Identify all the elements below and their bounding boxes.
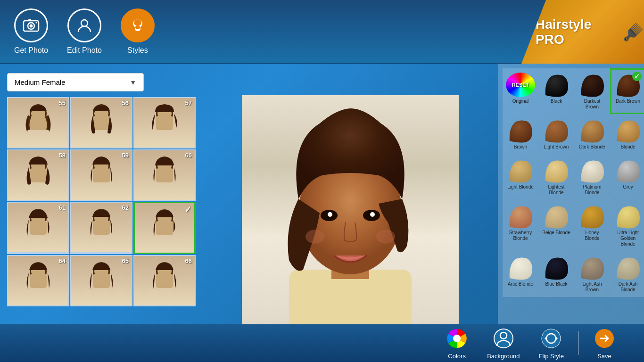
color-beige-blonde[interactable]: Beige Blonde [538,200,574,251]
color-grey[interactable]: Grey [610,154,644,200]
color-label-black: Black [551,99,562,104]
style-item-55[interactable]: 55 [7,97,69,148]
style-item-64[interactable]: 64 [7,255,69,306]
color-swatch-dark-brown [613,73,643,97]
bottom-toolbar: Colors Background Flip Style [0,324,644,362]
style-num-61: 61 [59,204,66,211]
color-label-dark-brown: Dark Brown [616,99,640,104]
toolbar-flip-style-button[interactable]: Flip Style [529,323,573,362]
style-item-59[interactable]: 59 [70,149,132,201]
color-swatch-dark-ash-blonde [613,255,643,280]
color-dark-blonde[interactable]: Dark Blonde [574,114,610,154]
style-num-59: 59 [122,152,129,159]
edit-photo-icon [67,8,101,42]
color-label-dark-blonde: Dark Blonde [579,144,605,150]
color-swatch-light-brown [542,118,571,143]
color-label-ultra-light-golden-blonde: Ultra Light Golden Blonde [613,230,643,247]
style-item-56[interactable]: 56 [70,97,132,148]
svg-point-9 [135,25,140,29]
style-item-58[interactable]: 58 [7,149,69,201]
color-swatch-blue-black [542,255,571,280]
nav-styles[interactable]: Styles [121,8,155,55]
style-item-65[interactable]: 65 [70,255,132,306]
svg-point-56 [453,335,461,342]
color-dark-brown[interactable]: Dark Brown [610,68,644,114]
save-icon [593,327,616,350]
logo-text: Hairstyle PRO [521,17,619,47]
color-label-beige-blonde: Beige Blonde [542,230,570,236]
color-honey-blonde[interactable]: Honey Blonde [574,200,610,251]
logo-area: Hairstyle PRO 🪮 [521,0,644,64]
toolbar-divider [578,331,579,355]
style-item-61[interactable]: 61 [7,202,69,254]
style-num-58: 58 [59,152,66,159]
color-light-blonde[interactable]: Light Blonde [503,154,538,200]
left-panel: Medium Female ▼ 5 [0,64,203,362]
style-item-60[interactable]: 60 [133,149,196,201]
color-ultra-light-golden-blonde[interactable]: Ultra Light Golden Blonde [610,200,644,251]
color-swatch-lightest-blonde [542,158,571,183]
color-label-light-brown: Light Brown [544,144,569,150]
color-brown[interactable]: Brown [503,114,538,154]
svg-rect-3 [28,19,31,21]
edit-photo-label: Edit Photo [67,46,102,55]
color-label-original: Original [512,99,528,104]
color-label-platinum-blonde: Platinum Blonde [578,184,607,196]
reset-swatch: RESET [506,73,535,97]
color-darkest-brown[interactable]: Darkest Brown [574,68,610,114]
dropdown-selected-label: Medium Female [15,78,66,86]
header-nav: Get Photo Edit Photo Styles [14,8,155,55]
photo-frame [242,95,459,331]
color-swatch-artic-blonde [506,255,535,280]
style-item-66[interactable]: 66 [133,255,196,306]
svg-point-4 [36,22,37,23]
selected-checkmark: ✓ [184,205,191,215]
toolbar-save-button[interactable]: Save [584,323,625,362]
background-icon [492,327,515,350]
color-label-brown: Brown [514,144,527,150]
center-panel [203,64,498,362]
preview-image [242,95,459,331]
styles-label: Styles [127,46,148,55]
toolbar-background-button[interactable]: Background [478,323,529,362]
color-swatch-black [542,73,571,97]
style-item-57[interactable]: 57 [133,97,196,148]
color-label-blue-black: Blue Black [545,281,567,287]
chevron-down-icon: ▼ [130,79,136,86]
header: Get Photo Edit Photo Styles [0,0,644,64]
toolbar-colors-button[interactable]: Colors [436,323,478,362]
color-strawberry-blonde[interactable]: Strawberry Blonde [503,200,538,251]
color-light-brown[interactable]: Light Brown [538,114,574,154]
nav-get-photo[interactable]: Get Photo [14,8,48,55]
flip-style-icon [540,327,562,350]
color-swatch-beige-blonde [542,204,571,229]
color-label-blonde: Blonde [620,144,635,150]
nav-edit-photo[interactable]: Edit Photo [67,8,102,55]
style-category-dropdown[interactable]: Medium Female ▼ [7,73,144,91]
main-content: Medium Female ▼ 5 [0,64,644,362]
color-light-ash-brown[interactable]: Light Ash Brown [574,251,610,297]
color-blue-black[interactable]: Blue Black [538,251,574,297]
color-swatch-grey [613,158,643,183]
color-platinum-blonde[interactable]: Platinum Blonde [574,154,610,200]
color-black[interactable]: Black [538,68,574,114]
color-original[interactable]: RESET Original [503,68,538,114]
color-swatch-brown [506,118,535,143]
style-item-63[interactable]: ✓ [133,202,196,254]
color-swatch-darkest-brown [578,73,607,97]
color-grid: RESET Original Black Darkest Brown [503,68,639,297]
color-swatch-honey-blonde [578,204,607,229]
comb-icon: 🪮 [623,22,644,42]
color-swatch-ultra-light-golden-blonde [613,204,643,229]
get-photo-label: Get Photo [14,46,48,55]
color-label-dark-ash-blonde: Dark Ash Blonde [613,281,643,293]
style-item-62[interactable]: 62 [70,202,132,254]
color-label-honey-blonde: Honey Blonde [578,230,607,241]
color-blonde[interactable]: Blonde [610,114,644,154]
color-dark-ash-blonde[interactable]: Dark Ash Blonde [610,251,644,297]
color-label-grey: Grey [623,184,633,190]
color-artic-blonde[interactable]: Artic Blonde [503,251,538,297]
color-label-light-blonde: Light Blonde [507,184,534,190]
color-lightest-blonde[interactable]: Lightest Blonde [538,154,574,200]
color-label-artic-blonde: Artic Blonde [508,281,533,287]
